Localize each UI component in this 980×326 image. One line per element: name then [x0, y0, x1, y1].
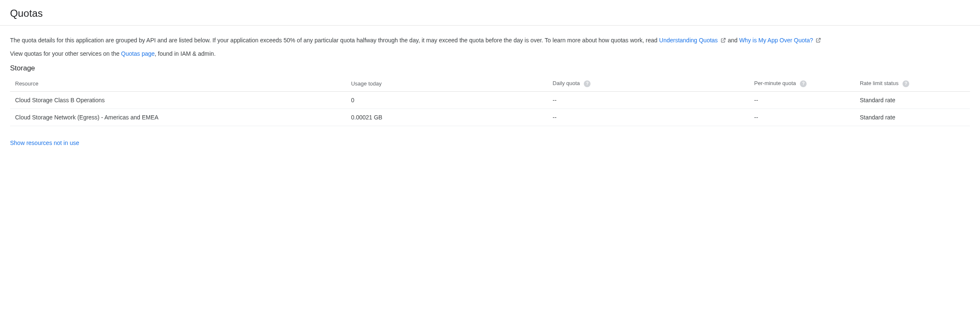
why-over-quota-link[interactable]: Why is My App Over Quota? [739, 37, 822, 44]
cell-rate-limit-status: Standard rate [855, 91, 970, 109]
column-header-label: Daily quota [553, 80, 580, 86]
intro-text-segment: , found in IAM & admin. [155, 50, 216, 57]
table-body: Cloud Storage Class B Operations 0 -- --… [10, 91, 970, 126]
intro-text-segment: The quota details for this application a… [10, 37, 659, 44]
quotas-page-link[interactable]: Quotas page [121, 50, 155, 57]
column-header-per-minute-quota: Per-minute quota ? [749, 76, 855, 91]
quotas-page: Quotas The quota details for this applic… [0, 0, 980, 146]
column-header-daily-quota: Daily quota ? [548, 76, 749, 91]
cell-daily-quota: -- [548, 91, 749, 109]
external-link-icon [815, 36, 821, 46]
show-resources-not-in-use-link[interactable]: Show resources not in use [10, 140, 79, 146]
help-icon[interactable]: ? [584, 80, 591, 87]
help-icon[interactable]: ? [800, 80, 807, 87]
table-header-row: Resource Usage today Daily quota ? Per-m… [10, 76, 970, 91]
column-header-resource: Resource [10, 76, 346, 91]
cell-resource: Cloud Storage Network (Egress) - America… [10, 109, 346, 126]
help-icon[interactable]: ? [903, 80, 909, 87]
table-row: Cloud Storage Network (Egress) - America… [10, 109, 970, 126]
section-title-storage: Storage [10, 64, 970, 72]
page-content: The quota details for this application a… [0, 26, 980, 146]
column-header-usage-today: Usage today [346, 76, 547, 91]
cell-per-minute-quota: -- [749, 91, 855, 109]
page-title: Quotas [10, 8, 970, 19]
link-label: Understanding Quotas [659, 37, 718, 44]
external-link-icon [720, 36, 726, 46]
cell-daily-quota: -- [548, 109, 749, 126]
cell-usage-today: 0 [346, 91, 547, 109]
table-row: Cloud Storage Class B Operations 0 -- --… [10, 91, 970, 109]
cell-rate-limit-status: Standard rate [855, 109, 970, 126]
intro-paragraph-2: View quotas for your other services on t… [10, 49, 970, 58]
intro-text-segment: View quotas for your other services on t… [10, 50, 121, 57]
column-header-rate-limit-status: Rate limit status ? [855, 76, 970, 91]
page-header: Quotas [0, 0, 980, 26]
cell-resource: Cloud Storage Class B Operations [10, 91, 346, 109]
intro-text: The quota details for this application a… [10, 36, 970, 58]
understanding-quotas-link[interactable]: Understanding Quotas [659, 37, 728, 44]
column-header-label: Per-minute quota [754, 80, 796, 86]
intro-text-segment: and [728, 37, 739, 44]
intro-paragraph-1: The quota details for this application a… [10, 36, 970, 46]
link-label: Why is My App Over Quota? [739, 37, 813, 44]
cell-usage-today: 0.00021 GB [346, 109, 547, 126]
storage-quota-table: Resource Usage today Daily quota ? Per-m… [10, 76, 970, 126]
cell-per-minute-quota: -- [749, 109, 855, 126]
column-header-label: Rate limit status [860, 80, 898, 86]
table-header: Resource Usage today Daily quota ? Per-m… [10, 76, 970, 91]
